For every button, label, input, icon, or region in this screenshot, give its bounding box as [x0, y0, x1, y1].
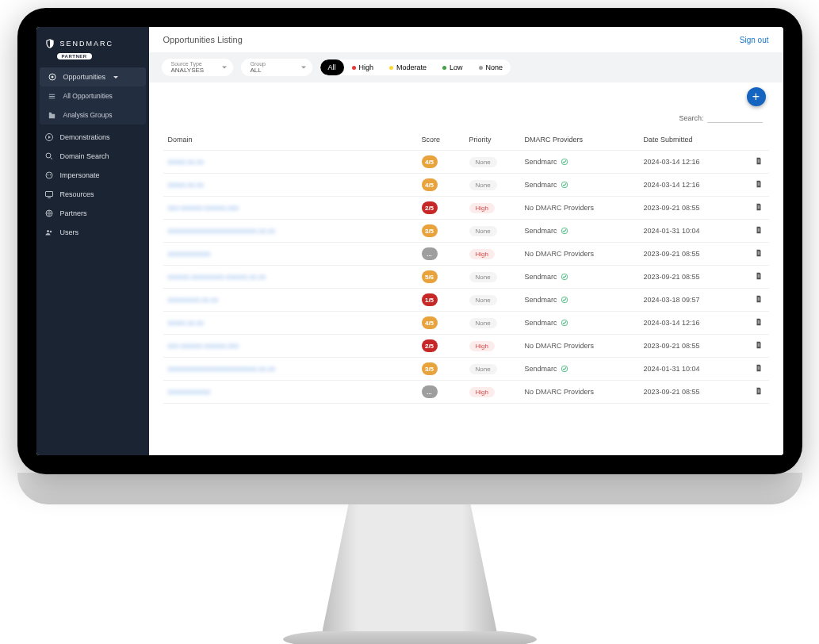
row-action[interactable]	[750, 335, 769, 358]
score-badge: ...	[422, 385, 438, 398]
nav-users[interactable]: Users	[36, 223, 149, 242]
pill-all[interactable]: All	[320, 59, 344, 75]
nav-label: Opportunities	[63, 73, 106, 81]
date-cell: 2023-09-21 08:55	[639, 243, 750, 266]
nav-resources[interactable]: Resources	[36, 185, 149, 204]
nav-label: Impersonate	[60, 171, 100, 179]
row-action[interactable]	[750, 243, 769, 266]
row-action[interactable]	[750, 381, 769, 404]
priority-badge: None	[469, 226, 497, 236]
row-action[interactable]	[750, 266, 769, 289]
row-action[interactable]	[750, 358, 769, 381]
provider-cell: Sendmarc	[525, 365, 634, 373]
domain-cell: xxxxxxxxxxxxxxxxxxxxxxxxx.xx.xx	[168, 227, 276, 235]
pill-moderate[interactable]: Moderate	[381, 59, 434, 75]
search-input[interactable]	[707, 114, 763, 123]
score-badge: 4/5	[422, 178, 438, 191]
nav-label: Demonstrations	[60, 133, 110, 141]
date-cell: 2024-03-14 12:16	[639, 174, 750, 197]
svg-rect-7	[45, 192, 52, 197]
provider-cell: Sendmarc	[525, 296, 634, 304]
col-providers[interactable]: DMARC Providers	[520, 129, 639, 151]
col-domain[interactable]: Domain	[163, 129, 417, 151]
row-action[interactable]	[750, 151, 769, 174]
priority-badge: High	[469, 341, 495, 351]
list-icon	[48, 91, 57, 101]
priority-badge: High	[469, 249, 495, 259]
domain-cell: xxx-xxxxxx-xxxxxx.xxx	[168, 342, 239, 350]
nav-opportunities[interactable]: Opportunities	[40, 67, 146, 86]
table-row[interactable]: xxxxxxxxx.xx.xx1/5NoneSendmarc 2024-03-1…	[163, 289, 769, 312]
dot-icon	[442, 66, 446, 70]
nav-impersonate[interactable]: Impersonate	[36, 166, 149, 185]
table-row[interactable]: xxx-xxxxxx-xxxxxx.xxx2/5HighNo DMARC Pro…	[163, 335, 769, 358]
source-type-select[interactable]: Source Type ANALYSES	[162, 59, 233, 76]
table-row[interactable]: xxxxx.xx.xx4/5NoneSendmarc 2024-03-14 12…	[163, 312, 769, 335]
nav-label: All Opportunities	[63, 92, 113, 100]
provider-cell: Sendmarc	[525, 158, 634, 166]
table-row[interactable]: xxxxxxxxxxxx...HighNo DMARC Providers202…	[163, 243, 769, 266]
priority-badge: None	[469, 318, 497, 328]
document-icon[interactable]	[755, 271, 763, 281]
priority-badge: None	[469, 180, 497, 190]
row-action[interactable]	[750, 174, 769, 197]
provider-cell: No DMARC Providers	[525, 250, 634, 258]
nav-demonstrations[interactable]: Demonstrations	[36, 128, 149, 147]
provider-cell: Sendmarc	[525, 181, 634, 189]
table-row[interactable]: xxxxxxxxxxxxxxxxxxxxxxxxx.xx.xx3/5NoneSe…	[163, 358, 769, 381]
table-row[interactable]: xxxxxxxxxxxxxxxxxxxxxxxxx.xx.xx3/5NoneSe…	[163, 220, 769, 243]
provider-cell: No DMARC Providers	[525, 342, 634, 350]
domain-cell: xxxxx.xx.xx	[168, 181, 205, 189]
document-icon[interactable]	[755, 225, 763, 235]
topbar: Opportunities Listing Sign out	[149, 27, 783, 52]
domain-cell: xxxxxxxxxxxx	[168, 388, 211, 396]
row-action[interactable]	[750, 197, 769, 220]
table-row[interactable]: xxxxx.xx.xx4/5NoneSendmarc 2024-03-14 12…	[163, 151, 769, 174]
domain-cell: xxxxxxxxx.xx.xx	[168, 296, 219, 304]
score-badge: 4/5	[422, 155, 438, 168]
pill-low[interactable]: Low	[434, 59, 471, 75]
row-action[interactable]	[750, 289, 769, 312]
check-circle-icon	[561, 273, 568, 281]
nav-partners[interactable]: Partners	[36, 204, 149, 223]
domain-cell: xxxxxxxxxxxx	[168, 250, 211, 258]
opportunities-table: Domain Score Priority DMARC Providers Da…	[163, 129, 769, 404]
document-icon[interactable]	[755, 363, 763, 373]
document-icon[interactable]	[755, 294, 763, 304]
score-badge: 3/5	[422, 224, 438, 237]
nav-domain-search[interactable]: Domain Search	[36, 147, 149, 166]
chevron-down-icon	[113, 76, 118, 79]
folder-icon	[48, 110, 57, 120]
document-icon[interactable]	[755, 340, 763, 350]
col-submitted[interactable]: Date Submitted	[639, 129, 750, 151]
main: Opportunities Listing Sign out Source Ty…	[149, 27, 783, 455]
nav-analysis-groups[interactable]: Analysis Groups	[40, 105, 146, 125]
document-icon[interactable]	[755, 317, 763, 327]
domain-cell: xxxxx.xx.xx	[168, 319, 205, 327]
pill-none[interactable]: None	[471, 59, 511, 75]
group-select[interactable]: Group ALL	[241, 59, 312, 76]
nav-all-opportunities[interactable]: All Opportunities	[40, 86, 146, 105]
content: + Search: Domain Score Priority DMARC Pr…	[149, 82, 783, 455]
date-cell: 2024-03-14 12:16	[639, 312, 750, 335]
add-button[interactable]: +	[747, 87, 766, 106]
col-score[interactable]: Score	[417, 129, 465, 151]
table-row[interactable]: xxxxxx-xxxxxxxxx-xxxxxx.xx.xx5/6NoneSend…	[163, 266, 769, 289]
document-icon[interactable]	[755, 202, 763, 212]
col-priority[interactable]: Priority	[465, 129, 520, 151]
users-icon	[44, 228, 54, 237]
row-action[interactable]	[750, 312, 769, 335]
table-row[interactable]: xxx-xxxxxx-xxxxxx.xxx2/5HighNo DMARC Pro…	[163, 197, 769, 220]
document-icon[interactable]	[755, 248, 763, 258]
svg-point-1	[51, 76, 53, 79]
document-icon[interactable]	[755, 179, 763, 189]
document-icon[interactable]	[755, 156, 763, 166]
row-action[interactable]	[750, 220, 769, 243]
sign-out-link[interactable]: Sign out	[740, 36, 769, 44]
select-label: Group	[251, 61, 303, 67]
date-cell: 2024-01-31 10:04	[639, 220, 750, 243]
table-row[interactable]: xxxxx.xx.xx4/5NoneSendmarc 2024-03-14 12…	[163, 174, 769, 197]
pill-high[interactable]: High	[344, 59, 382, 75]
document-icon[interactable]	[755, 386, 763, 396]
table-row[interactable]: xxxxxxxxxxxx...HighNo DMARC Providers202…	[163, 381, 769, 404]
